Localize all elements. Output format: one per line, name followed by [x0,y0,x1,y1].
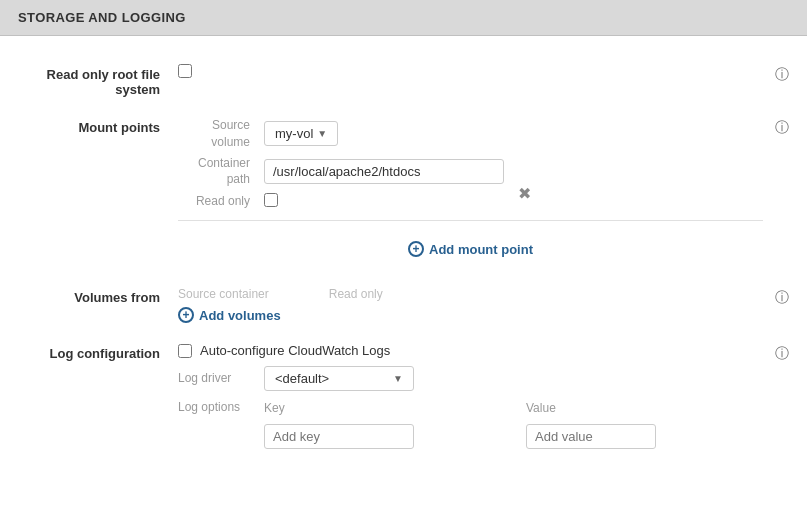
log-driver-row: Log driver <default> ▼ [178,366,763,391]
read-only-root-checkbox[interactable] [178,64,192,78]
mount-points-row: Mount points Sourcevolume my-vol ▼ Conta… [0,107,807,277]
log-options-label: Log options [178,399,258,416]
log-driver-dropdown[interactable]: <default> ▼ [264,366,414,391]
add-mount-point-row: + Add mount point [178,231,763,267]
auto-configure-checkbox[interactable] [178,344,192,358]
source-volume-dropdown[interactable]: my-vol ▼ [264,121,338,146]
source-volume-label: Sourcevolume [178,117,258,151]
add-volumes-row: + Add volumes [178,307,763,323]
mount-read-only-label: Read only [178,193,258,210]
log-driver-caret: ▼ [393,373,403,384]
add-mount-point-icon: + [408,241,424,257]
log-configuration-label: Log configuration [18,343,178,361]
volumes-from-label: Volumes from [18,287,178,305]
log-configuration-row: Log configuration Auto-configure CloudWa… [0,333,807,459]
form-body: Read only root filesystem ⓘ Mount points… [0,36,807,477]
mount-points-info-icon[interactable]: ⓘ [775,119,789,137]
read-only-root-info-icon[interactable]: ⓘ [775,66,789,84]
container-path-label: Containerpath [178,155,258,189]
mount-points-content: Sourcevolume my-vol ▼ Containerpath Read… [178,117,763,267]
source-volume-dropdown-wrapper: my-vol ▼ [264,121,504,146]
log-configuration-info-icon[interactable]: ⓘ [775,345,789,363]
value-col-label: Value [526,401,656,415]
log-value-input[interactable] [526,424,656,449]
read-only-col-placeholder: Read only [329,287,383,301]
log-configuration-content: Auto-configure CloudWatch Logs Log drive… [178,343,763,449]
mount-point-grid: Sourcevolume my-vol ▼ Containerpath Read… [178,117,504,210]
read-only-root-label: Read only root filesystem [18,64,178,97]
log-driver-label: Log driver [178,370,258,387]
add-volumes-button[interactable]: + Add volumes [178,307,281,323]
mount-points-divider [178,220,763,221]
add-volumes-icon: + [178,307,194,323]
add-mount-point-button[interactable]: + Add mount point [408,241,533,257]
auto-configure-label: Auto-configure CloudWatch Logs [200,343,390,358]
read-only-root-checkbox-row [178,64,763,78]
volumes-header-row: Source container Read only [178,287,763,301]
dropdown-caret: ▼ [317,128,327,139]
mount-read-only-checkbox-wrapper [264,192,504,210]
volumes-from-info-icon[interactable]: ⓘ [775,289,789,307]
mount-read-only-checkbox[interactable] [264,193,278,207]
mount-points-label: Mount points [18,117,178,135]
add-mount-point-label: Add mount point [429,242,533,257]
read-only-root-content [178,64,763,78]
add-volumes-label: Add volumes [199,308,281,323]
volumes-from-content: Source container Read only + Add volumes [178,287,763,323]
container-path-input[interactable] [264,159,504,184]
log-options-row: Log options Key Value [178,399,763,416]
log-options-inputs-row [178,424,763,449]
mount-point-item: Sourcevolume my-vol ▼ Containerpath Read… [178,117,763,210]
source-volume-value: my-vol [275,126,313,141]
log-key-input[interactable] [264,424,414,449]
log-driver-value: <default> [275,371,329,386]
read-only-root-row: Read only root filesystem ⓘ [0,54,807,107]
source-container-placeholder: Source container [178,287,269,301]
section-header: STORAGE AND LOGGING [0,0,807,36]
key-col-label: Key [264,401,414,415]
volumes-from-row: Volumes from Source container Read only … [0,277,807,333]
auto-configure-row: Auto-configure CloudWatch Logs [178,343,763,358]
remove-mount-point-button[interactable]: ✖ [518,184,531,203]
